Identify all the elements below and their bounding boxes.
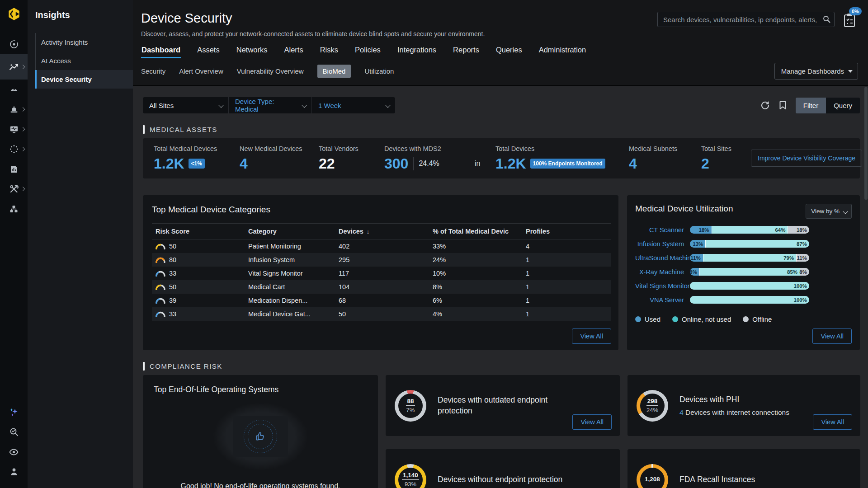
rail-siren-icon[interactable]: [0, 99, 28, 119]
coverage-badge: 0%: [849, 7, 862, 15]
utilization-category-vna-server[interactable]: VNA Server: [635, 296, 690, 304]
phi-view-all-button[interactable]: View All: [813, 414, 852, 430]
sidebar-item-device-security[interactable]: Device Security: [35, 70, 133, 89]
manage-dashboards-button[interactable]: Manage Dashboards: [774, 63, 858, 80]
col-category[interactable]: Category: [245, 224, 335, 239]
metric-new-medical-devices: New Medical Devices 4: [240, 145, 319, 171]
sidebar-list: Activity Insights AI Access Device Secur…: [35, 33, 133, 89]
donut-chart: 887%: [395, 390, 426, 422]
compliance-risk-section-header: COMPLIANCE RISK: [143, 362, 860, 371]
col-profiles[interactable]: Profiles: [522, 224, 611, 239]
outdated-endpoint-view-all-button[interactable]: View All: [572, 414, 612, 430]
claroty-logo[interactable]: [0, 0, 28, 28]
card-title: Devices with PHI: [679, 394, 789, 405]
rail-gauge-icon[interactable]: [0, 80, 28, 99]
tab-reports[interactable]: Reports: [453, 46, 480, 58]
coverage-checklist-button[interactable]: 0%: [843, 13, 856, 30]
table-row: 50 Medical Cart 104 8% 1: [152, 280, 611, 294]
subtab-utilization[interactable]: Utilization: [364, 67, 394, 75]
tab-alerts[interactable]: Alerts: [283, 46, 303, 58]
tab-risks[interactable]: Risks: [320, 46, 339, 58]
col-risk-score[interactable]: Risk Score: [152, 224, 245, 239]
metric-total-sites: Total Sites 2: [701, 145, 751, 171]
sidebar-item-activity-insights[interactable]: Activity Insights: [36, 33, 133, 52]
tab-networks[interactable]: Networks: [236, 46, 268, 58]
rail-report-icon[interactable]: [0, 159, 28, 179]
rail-monitor-pulse-icon[interactable]: [0, 119, 28, 139]
search-input[interactable]: [657, 12, 835, 27]
time-range-dropdown[interactable]: 1 Week: [312, 97, 395, 113]
scrollbar-thumb[interactable]: [864, 87, 868, 200]
icon-rail: [0, 0, 28, 488]
rail-tools-icon[interactable]: [0, 179, 28, 199]
rail-ai-sparkles-icon[interactable]: [0, 402, 28, 422]
top-medical-device-categories-card: Top Medical Device Categories Risk Score…: [143, 195, 618, 350]
utilization-category-ultrasound-machine[interactable]: UltraSound Machine: [635, 254, 690, 262]
view-by-dropdown[interactable]: View by %: [806, 204, 852, 219]
page-subtitle: Discover, assess, and protect your netwo…: [141, 30, 858, 38]
trend-badge: <1%: [189, 159, 205, 169]
metric-total-devices: Total Devices 1.2K100% Endpoints Monitor…: [495, 145, 629, 171]
risk-gauge-icon: [156, 257, 165, 263]
utilization-category-x-ray-machine[interactable]: X-Ray Machine: [635, 268, 690, 276]
tab-queries[interactable]: Queries: [495, 46, 523, 58]
site-filter-dropdown[interactable]: All Sites: [143, 97, 229, 113]
utilization-category-infusion-system[interactable]: Infusion System: [635, 240, 690, 248]
rail-insights-icon[interactable]: [0, 54, 28, 80]
subtab-alert-overview[interactable]: Alert Overview: [179, 67, 223, 75]
subtab-row: Security Alert Overview Vulnerability Ov…: [141, 58, 858, 85]
table-row: 33 Medical Device Gat... 50 4% 1: [152, 307, 611, 321]
category-link[interactable]: Infusion System: [245, 253, 335, 267]
categories-card-title: Top Medical Device Categories: [152, 205, 611, 215]
metric-total-medical-devices: Total Medical Devices 1.2K<1%: [154, 145, 240, 171]
sidebar-item-ai-access[interactable]: AI Access: [36, 52, 133, 70]
subtab-biomed[interactable]: BioMed: [317, 65, 351, 78]
tab-assets[interactable]: Assets: [197, 46, 220, 58]
legend-dot-offline: [743, 316, 749, 322]
improve-visibility-button[interactable]: Improve Device Visibility Coverage: [751, 150, 862, 167]
risk-gauge-icon: [156, 311, 165, 317]
risk-gauge-icon: [156, 284, 165, 290]
tab-policies[interactable]: Policies: [354, 46, 381, 58]
search-icon: [823, 15, 830, 23]
utilization-view-all-button[interactable]: View All: [812, 328, 852, 344]
subtab-vulnerability-overview[interactable]: Vulnerability Overview: [237, 67, 304, 75]
subtab-security[interactable]: Security: [141, 67, 165, 75]
rail-search-trend-icon[interactable]: [0, 422, 28, 442]
eol-operating-systems-card: Top End-Of-Life Operating Systems Good j…: [143, 375, 378, 488]
col-devices-sorted[interactable]: Devices: [335, 224, 429, 239]
refresh-button[interactable]: [760, 101, 770, 110]
category-link[interactable]: Medication Dispen...: [245, 294, 335, 307]
utilization-category-ct-scanner[interactable]: CT Scanner: [635, 226, 690, 234]
bookmark-icon: [779, 101, 787, 110]
sidebar-title: Insights: [35, 10, 133, 20]
risk-gauge-icon: [156, 271, 165, 277]
tab-administration[interactable]: Administration: [538, 46, 587, 58]
stacked-bar: 100%: [690, 282, 809, 290]
category-link[interactable]: Medical Device Gat...: [245, 307, 335, 321]
app-root: Insights Activity Insights AI Access Dev…: [0, 0, 868, 488]
utilization-category-vital-signs-monitor[interactable]: Vital Signs Monitor: [635, 282, 690, 290]
filter-toggle-button[interactable]: Filter: [796, 98, 826, 113]
tab-dashboard[interactable]: Dashboard: [141, 46, 181, 58]
col-pct-total[interactable]: % of Total Medical Devic: [429, 224, 522, 239]
claroty-logo-icon: [6, 6, 22, 22]
query-toggle-button[interactable]: Query: [826, 98, 860, 113]
category-link[interactable]: Vital Signs Monitor: [245, 267, 335, 280]
refresh-icon: [760, 101, 770, 110]
bookmark-button[interactable]: [779, 101, 787, 110]
legend-dot-online: [672, 316, 678, 322]
category-link[interactable]: Medical Cart: [245, 280, 335, 294]
device-type-filter-dropdown[interactable]: Device Type: Medical: [229, 97, 312, 113]
table-row: 33 Vital Signs Monitor 117 10% 1: [152, 267, 611, 280]
rail-user-icon[interactable]: [0, 462, 28, 482]
card-title: FDA Recall Instances: [679, 474, 755, 485]
category-link[interactable]: Patient Monitoring: [245, 239, 335, 253]
rail-network-icon[interactable]: [0, 199, 28, 219]
metric-medical-subnets: Medical Subnets 4: [629, 145, 701, 171]
rail-eye-icon[interactable]: [0, 442, 28, 462]
rail-dotted-circle-icon[interactable]: [0, 139, 28, 159]
categories-view-all-button[interactable]: View All: [572, 328, 611, 344]
rail-scope-icon[interactable]: [0, 34, 28, 54]
tab-integrations[interactable]: Integrations: [397, 46, 437, 58]
